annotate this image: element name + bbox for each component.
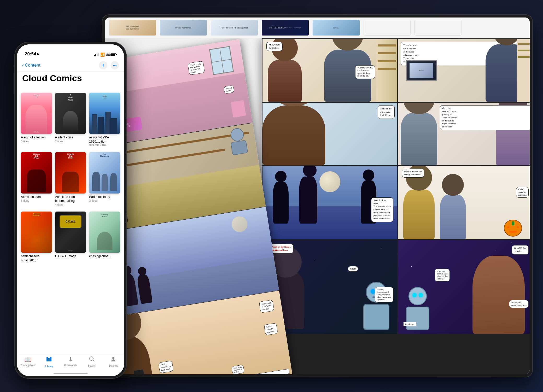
comic-item-6[interactable]: BATTLECHASERS battlechasers nthal..2010 [21,212,52,262]
battery-indicator: 86 [106,53,116,57]
status-time: 20:54 ▶ [25,51,39,57]
svg-line-4 [93,360,95,362]
tab-downloads-label: Downloads [64,364,77,367]
comic-title-1: A silent voice [55,136,73,140]
comic-cover-2: astrocity [89,93,120,134]
nav-actions: ⬇ ••• [99,61,119,69]
signal-bars [94,53,99,56]
comic-item-1[interactable]: ASilentVoice A silent voice 7 titles [55,93,86,147]
comic-cover-8: ChasingEchoes [89,212,120,253]
search-icon [89,356,95,364]
location-icon: ▶ [37,52,39,56]
more-nav-button[interactable]: ••• [110,61,119,69]
tab-reading-now-label: Reading Now [20,364,36,367]
comic-subtitle-3: 6 titles [21,199,29,202]
comic-item-4[interactable]: ATTACKONTITAN Attack on titan before...f… [55,152,86,206]
comic-title-4: Attack on titan before...falling [55,195,86,203]
svg-point-3 [90,357,93,360]
tablet-comic-main: I'm VaraReanaTerra Nova! C'mon honey,you… [105,38,530,374]
comic-item-5[interactable]: BadMachinery Bad machinery 3 titles [89,152,120,206]
comic-title-0: A sign of affection [21,136,46,140]
comic-strip-top: Well, we neededthat experience by that e… [105,17,530,38]
nav-bar: ‹ Content ⬇ ••• [17,59,124,72]
back-button[interactable]: ‹ Content [22,62,40,68]
book-icon: 📖 [24,356,31,363]
wifi-icon: 📶 [100,52,105,57]
tab-library-label: Library [45,365,53,368]
strip-panel-2: by that experience. [160,20,207,36]
comics-grid[interactable]: A Signof Affection A sign of affection 3… [17,89,124,354]
page-title-area: Cloud Comics [17,73,124,83]
comic-title-3: Attack on titan [21,195,41,199]
comic-page-right: Mija, what'sthe matter? Valentina Teresh… [262,38,530,374]
comic-item-8[interactable]: ChasingEchoes chasingechoe... [89,212,120,262]
comic-cover-7: C.O.W.L Image [55,212,86,253]
comics-row-2: ATTACKONTITAN Attack on titan 6 titles A… [21,152,120,206]
svg-rect-1 [48,358,50,361]
tab-settings-label: Settings [109,364,118,367]
strip-panel-4: did I GET HERE? How did I... come to b [262,20,309,36]
comic-cover-5: BadMachinery [89,152,120,193]
comic-cover-6: BATTLECHASERS [21,212,52,253]
svg-rect-2 [50,357,51,361]
comic-item-0[interactable]: A Signof Affection A sign of affection 3… [21,93,52,147]
tab-downloads[interactable]: ⬇ Downloads [60,356,81,367]
status-icons: 📶 86 [94,52,116,57]
strip-panel-3: That's not what I'm talking about. [211,20,258,36]
comic-subtitle-2: 399 MB - 184... [89,144,109,147]
tablet-device: Well, we neededthat experience by that e… [102,14,533,377]
comic-cover-1: ASilentVoice [55,93,86,134]
status-bar: 20:54 ▶ 📶 86 [17,44,124,59]
strip-panel-1: Well, we neededthat experience [109,20,156,36]
chevron-left-icon: ‹ [22,62,24,68]
download-nav-button[interactable]: ⬇ [99,61,107,69]
comic-item-7[interactable]: C.O.W.L Image C.O.W.L Image [55,212,86,262]
comic-item-3[interactable]: ATTACKONTITAN Attack on titan 6 titles [21,152,52,206]
comic-title-2: astrocity1995-1996...dition [89,136,120,144]
strip-panel-5: Reac... [313,20,360,36]
tab-library[interactable]: Library [38,356,60,368]
svg-rect-0 [46,357,48,361]
tab-search[interactable]: Search [81,356,103,367]
comic-subtitle-4: 4 titles [55,203,63,206]
strip-panel-7 [414,20,462,36]
comic-subtitle-1: 7 titles [55,140,63,143]
comic-subtitle-5: 3 titles [89,199,97,202]
downloads-icon: ⬇ [68,356,73,363]
comic-title-5: Bad machinery [89,195,110,199]
comics-row-3: BATTLECHASERS battlechasers nthal..2010 … [21,212,120,262]
comic-cover-4: ATTACKONTITAN [55,152,86,193]
svg-point-5 [112,357,114,359]
home-indicator [54,373,87,374]
comic-title-6: battlechasers nthal..2010 [21,254,52,262]
download-icon: ⬇ [102,63,105,67]
comic-title-8: chasingechoe... [89,254,111,259]
phone-screen: 20:54 ▶ 📶 86 [17,44,124,376]
tab-settings[interactable]: Settings [103,356,124,367]
tab-search-label: Search [88,364,96,367]
more-icon: ••• [113,63,117,67]
comic-cover-3: ATTACKONTITAN [21,152,52,193]
person-icon [110,356,116,364]
strip-panel-6 [364,20,411,36]
phone-device: 20:54 ▶ 📶 86 [14,42,127,379]
library-icon [46,356,52,364]
comics-row-1: A Signof Affection A sign of affection 3… [21,93,120,147]
tab-reading-now[interactable]: 📖 Reading Now [17,356,38,367]
tablet-screen: Well, we neededthat experience by that e… [105,17,530,374]
comic-item-2[interactable]: astrocity astrocity1995-1996...dition 39… [89,93,120,147]
comic-cover-0: A Signof Affection [21,93,52,134]
comic-title-7: C.O.W.L Image [55,254,77,259]
comic-subtitle-0: 3 titles [21,140,29,143]
page-title: Cloud Comics [22,73,119,83]
